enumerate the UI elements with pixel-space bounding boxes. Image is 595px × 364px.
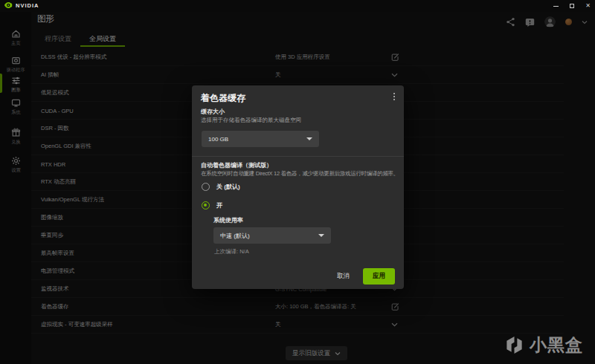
app-name: NVIDIA — [16, 2, 39, 9]
system-usage-dropdown[interactable]: 中速 (默认) — [213, 227, 331, 244]
nvidia-logo-icon — [4, 1, 13, 10]
kebab-menu-icon[interactable] — [393, 93, 395, 100]
chevron-down-icon — [306, 137, 312, 140]
radio-option-on[interactable]: 开 — [202, 201, 222, 209]
cache-size-label: 缓存大小 — [201, 108, 225, 116]
system-usage-label: 系统使用率 — [213, 216, 243, 224]
minimize-button[interactable] — [553, 6, 559, 7]
titlebar: NVIDIA ✕ — [0, 0, 595, 12]
nvidia-brand: NVIDIA — [4, 1, 39, 10]
nvidia-app-window: NVIDIA ✕ 主页 驱动程序 — [0, 0, 595, 364]
cache-size-description: 选择用于存储着色器编译的最大磁盘空间 — [201, 117, 301, 124]
last-compiled-text: 上次编译: N/A — [214, 248, 249, 256]
divider — [192, 156, 404, 157]
maximize-button[interactable] — [570, 4, 574, 8]
heybox-logo-icon — [504, 335, 524, 355]
radio-selected-icon[interactable] — [202, 201, 210, 209]
cancel-button[interactable]: 取消 — [332, 269, 354, 284]
chevron-down-icon — [318, 234, 324, 237]
heybox-watermark: 小黑盒 — [504, 334, 583, 357]
apply-button[interactable]: 应用 — [363, 268, 395, 285]
shader-cache-dialog: 着色器缓存 缓存大小 选择用于存储着色器编译的最大磁盘空间 100 GB 自动着… — [192, 85, 404, 289]
auto-compile-description: 在系统空闲时自动重建 DirectX 12 着色器，减少驱动更新后游戏运行时编译… — [201, 170, 399, 178]
radio-option-off[interactable]: 关 (默认) — [202, 183, 240, 191]
watermark-text: 小黑盒 — [530, 334, 583, 357]
cache-size-dropdown[interactable]: 100 GB — [202, 131, 319, 147]
auto-compile-label: 自动着色器编译（测试版） — [201, 161, 272, 169]
dialog-title: 着色器缓存 — [201, 92, 245, 105]
radio-icon[interactable] — [202, 183, 210, 191]
close-button[interactable]: ✕ — [585, 3, 591, 9]
